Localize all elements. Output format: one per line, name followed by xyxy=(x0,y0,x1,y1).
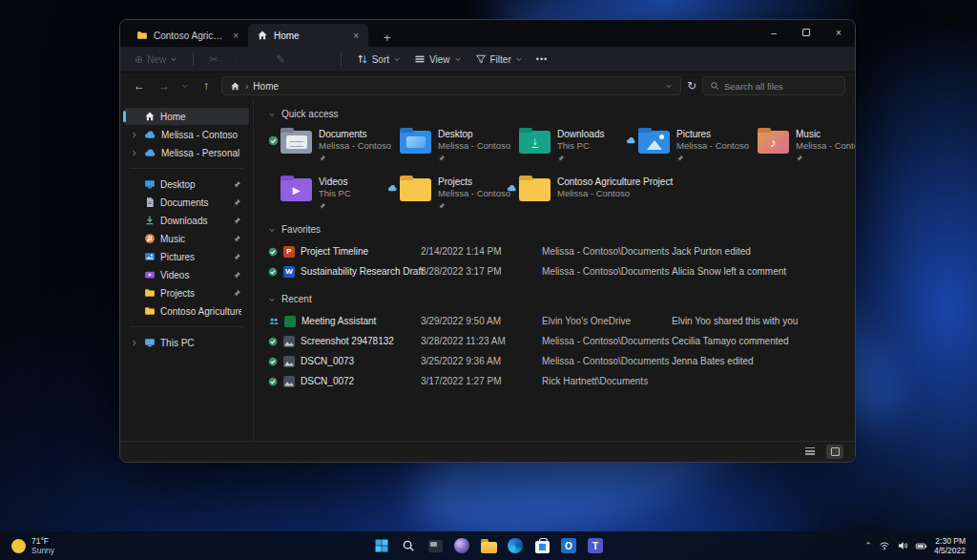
chevron-right-icon[interactable] xyxy=(130,339,139,347)
show-hidden-icons-chevron[interactable]: ⌃ xyxy=(864,541,872,550)
window-controls: – × xyxy=(758,20,855,45)
file-row-sustainability-research-draft[interactable]: W Sustainability Research Draft 3/28/202… xyxy=(268,262,855,280)
battery-icon[interactable] xyxy=(915,540,927,552)
outlook-button[interactable]: O xyxy=(560,537,578,555)
breadcrumb-item-home[interactable]: Home xyxy=(253,81,279,92)
tile-music[interactable]: ♪ Music Melissa - Contoso xyxy=(745,127,855,163)
sidebar-item-contoso-agriculture-project[interactable]: Contoso Agriculture Project xyxy=(124,302,249,320)
sort-icon xyxy=(357,53,368,65)
pin-icon xyxy=(319,202,326,210)
section-header-quick-access[interactable]: Quick access xyxy=(268,109,855,119)
file-date: 3/17/2022 1:27 PM xyxy=(421,376,542,386)
sidebar-item-home[interactable]: Home xyxy=(124,108,249,125)
folder-icon xyxy=(144,305,156,317)
copy-button[interactable] xyxy=(231,53,242,65)
tile-pictures[interactable]: Pictures Melissa - Contoso xyxy=(626,127,745,163)
file-row-dscn-0072[interactable]: DSCN_0072 3/17/2022 1:27 PM Rick Hartnet… xyxy=(268,372,855,390)
new-button[interactable]: ⊕ New xyxy=(130,52,182,68)
clock[interactable]: 2:30 PM 4/5/2022 xyxy=(934,536,966,555)
maximize-icon xyxy=(802,29,810,36)
close-tab-icon[interactable]: × xyxy=(350,31,362,41)
new-tab-button[interactable]: + xyxy=(378,29,397,47)
tab-contoso-agriculture-project[interactable]: Contoso Agriculture Project × xyxy=(128,24,248,47)
section-header-favorites[interactable]: Favorites xyxy=(268,224,855,235)
file-date: 3/28/2022 11:23 AM xyxy=(421,336,542,346)
recent-locations-chevron[interactable] xyxy=(179,82,191,90)
close-button[interactable]: × xyxy=(822,20,855,45)
sidebar-item-downloads[interactable]: Downloads xyxy=(124,212,249,229)
teams-button[interactable]: T xyxy=(587,537,605,555)
weather-temperature: 71°F xyxy=(31,536,54,546)
pin-icon xyxy=(796,155,803,162)
search-button[interactable] xyxy=(400,537,418,555)
search-box[interactable] xyxy=(702,76,845,95)
file-explorer-button[interactable] xyxy=(480,537,498,555)
pin-icon xyxy=(557,155,565,162)
close-tab-icon[interactable]: × xyxy=(230,31,241,41)
tile-downloads[interactable]: ↓ Downloads This PC xyxy=(507,127,626,163)
search-input[interactable] xyxy=(724,81,829,92)
folder-icon xyxy=(136,30,148,41)
chat-button[interactable] xyxy=(453,537,471,555)
tab-home[interactable]: Home × xyxy=(248,24,368,47)
back-button[interactable]: ← xyxy=(130,79,149,93)
sidebar-item-music[interactable]: Music xyxy=(124,230,249,247)
breadcrumb[interactable]: › Home xyxy=(221,76,681,95)
file-row-project-timeline[interactable]: P Project Timeline 2/14/2022 1:14 PM Mel… xyxy=(268,242,855,260)
sidebar-item-projects[interactable]: Projects xyxy=(124,284,249,301)
sidebar-item-documents[interactable]: Documents xyxy=(124,194,249,211)
new-button-label: New xyxy=(147,54,166,65)
file-row-meeting-assistant[interactable]: Meeting Assistant 3/29/2022 9:50 AM Elvi… xyxy=(268,312,855,330)
sidebar-item-melissa-personal[interactable]: Melissa - Personal xyxy=(124,144,249,161)
file-location: Melissa - Contoso\Documents xyxy=(542,356,672,366)
tile-videos[interactable]: ▶ Videos This PC xyxy=(268,175,387,211)
tile-name: Projects xyxy=(438,176,510,188)
address-dropdown-chevron[interactable] xyxy=(665,82,673,90)
details-view-button[interactable] xyxy=(801,445,819,459)
tile-location: Melissa - Contoso xyxy=(319,140,391,152)
task-view-button[interactable] xyxy=(426,537,445,555)
chevron-right-icon[interactable] xyxy=(130,131,139,139)
file-row-screenshot-29478132[interactable]: Screenshot 29478132 3/28/2022 11:23 AM M… xyxy=(268,332,855,350)
edge-button[interactable] xyxy=(507,537,525,555)
filter-button[interactable]: Filter xyxy=(470,51,528,68)
pin-icon xyxy=(319,155,326,162)
chat-icon xyxy=(454,538,469,553)
up-button[interactable]: ↑ xyxy=(197,79,216,93)
chevron-right-icon[interactable] xyxy=(130,149,139,157)
refresh-button[interactable]: ↻ xyxy=(687,79,696,93)
view-button[interactable]: View xyxy=(409,51,467,68)
start-button[interactable] xyxy=(373,537,391,555)
videos-icon xyxy=(144,269,156,280)
tile-projects[interactable]: Projects Melissa - Contoso xyxy=(387,175,507,211)
microsoft-store-button[interactable] xyxy=(533,537,551,555)
volume-icon[interactable] xyxy=(897,540,908,551)
tile-documents[interactable]: Documents Melissa - Contoso xyxy=(268,127,387,163)
paste-button[interactable] xyxy=(251,53,262,65)
large-thumbnails-view-button[interactable] xyxy=(826,445,843,459)
pin-icon xyxy=(233,217,241,225)
sidebar-item-melissa-contoso[interactable]: Melissa - Contoso xyxy=(124,126,249,143)
share-button[interactable] xyxy=(299,53,310,65)
file-location: Melissa - Contoso\Documents xyxy=(542,336,672,346)
cut-button[interactable]: ✂ xyxy=(204,52,222,68)
wifi-icon[interactable] xyxy=(879,540,890,551)
sync-check-icon xyxy=(268,135,279,146)
widgets-weather-button[interactable]: 71°F Sunny xyxy=(0,536,219,555)
sort-button[interactable]: Sort xyxy=(352,51,405,68)
tile-contoso-agriculture-project[interactable]: Contoso Agriculture Project Melissa - Co… xyxy=(507,175,626,211)
sidebar-item-this-pc[interactable]: This PC xyxy=(124,334,249,351)
forward-button[interactable]: → xyxy=(155,79,174,93)
rename-button[interactable]: ✎ xyxy=(271,52,289,68)
sidebar-item-pictures[interactable]: Pictures xyxy=(124,248,249,265)
tile-desktop[interactable]: Desktop Melissa - Contoso xyxy=(387,127,507,163)
file-row-dscn-0073[interactable]: DSCN_0073 3/25/2022 9:36 AM Melissa - Co… xyxy=(268,352,855,370)
sidebar-item-desktop[interactable]: Desktop xyxy=(124,176,249,193)
section-header-recent[interactable]: Recent xyxy=(268,294,855,304)
maximize-button[interactable] xyxy=(790,20,822,45)
see-more-button[interactable]: ••• xyxy=(531,52,552,67)
sidebar-item-videos[interactable]: Videos xyxy=(124,266,249,283)
minimize-button[interactable]: – xyxy=(758,20,790,45)
delete-button[interactable] xyxy=(319,53,330,65)
sidebar-item-label: Pictures xyxy=(160,252,228,262)
